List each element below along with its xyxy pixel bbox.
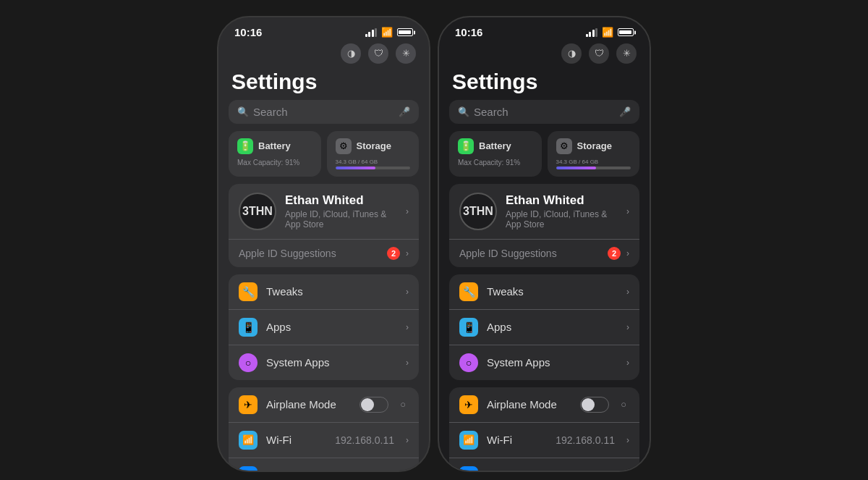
right-storage-header: ⚙ Storage: [556, 138, 631, 154]
right-bluetooth-label: Bluetooth: [487, 469, 592, 472]
right-wifi-item[interactable]: 📶 Wi-Fi 192.168.0.11 ›: [449, 422, 639, 458]
left-suggestions-label: Apple ID Suggestions: [239, 248, 387, 259]
left-airplane-toggle[interactable]: [359, 397, 388, 413]
right-battery-subtitle: Max Capacity: 91%: [458, 159, 533, 167]
right-apps-item[interactable]: 📱 Apps ›: [449, 309, 639, 345]
right-signal: [586, 28, 598, 37]
right-suggestions-row[interactable]: Apple ID Suggestions 2 ›: [449, 239, 639, 267]
left-signal: [365, 28, 378, 37]
left-suggestions-row[interactable]: Apple ID Suggestions 2 ›: [229, 239, 419, 267]
right-airplane-label: Airplane Mode: [487, 398, 571, 410]
left-tweaks-item[interactable]: 🔧 Tweaks ›: [229, 274, 419, 309]
right-storage-size: 34.3 GB / 64 GB: [556, 159, 631, 165]
left-status-bar: 10:16 📶: [218, 17, 429, 43]
right-menu-card: 🔧 Tweaks › 📱 Apps › ○ System Apps ›: [449, 274, 639, 380]
left-apps-chevron: ›: [406, 322, 409, 332]
left-wifi-label: Wi-Fi: [266, 434, 326, 446]
right-profile-subtitle: Apple ID, iCloud, iTunes & App Store: [506, 209, 618, 230]
right-apps-label: Apps: [487, 321, 618, 333]
right-battery-icon: [618, 28, 634, 36]
left-mic-icon: 🎤: [399, 106, 410, 117]
right-airplane-toggle[interactable]: [580, 397, 609, 413]
left-widget-row: 🔋 Battery Max Capacity: 91% ⚙ Storage 34…: [218, 131, 429, 184]
left-avatar: 3THN: [239, 193, 276, 230]
right-tweaks-chevron: ›: [626, 287, 629, 297]
left-storage-bar: [336, 167, 376, 169]
left-tweaks-icon: 🔧: [239, 282, 258, 301]
right-tweaks-label: Tweaks: [487, 285, 618, 298]
right-profile-card[interactable]: 3THN Ethan Whited Apple ID, iCloud, iTun…: [449, 184, 639, 267]
left-suggestions-chevron: ›: [406, 248, 409, 258]
left-airplane-icon: ✈: [239, 395, 258, 414]
left-battery-widget-icon: 🔋: [237, 138, 253, 154]
right-star-icon: ✳: [616, 43, 637, 64]
left-search-text[interactable]: Search: [253, 106, 394, 118]
left-wifi-value: 192.168.0.11: [335, 434, 394, 446]
right-status-bar: 10:16 📶: [439, 17, 650, 43]
right-profile-name: Ethan Whited: [506, 193, 618, 208]
left-system-apps-chevron: ›: [406, 358, 409, 368]
left-menu-card: 🔧 Tweaks › 📱 Apps › ○ System Apps ›: [229, 274, 419, 380]
right-suggestions-badge: 2: [608, 247, 621, 260]
left-bluetooth-label: Bluetooth: [266, 469, 372, 472]
right-bluetooth-value: On: [601, 470, 615, 472]
right-airplane-item[interactable]: ✈ Airplane Mode ○: [449, 387, 639, 422]
left-bluetooth-icon: ✦: [239, 466, 258, 472]
right-storage-widget[interactable]: ⚙ Storage 34.3 GB / 64 GB: [548, 131, 640, 177]
right-search-bar[interactable]: 🔍 Search 🎤: [449, 100, 639, 124]
left-profile-row[interactable]: 3THN Ethan Whited Apple ID, iCloud, iTun…: [229, 184, 419, 239]
left-phone: 10:16 📶 ◑ 🛡 ✳ Settings 🔍 Search 🎤: [217, 16, 430, 472]
left-profile-chevron: ›: [406, 206, 409, 216]
right-widget-row: 🔋 Battery Max Capacity: 91% ⚙ Storage 34…: [439, 131, 650, 184]
left-suggestions-badge: 2: [387, 247, 400, 260]
left-system-apps-label: System Apps: [266, 356, 397, 369]
right-airplane-icon: ✈: [459, 395, 478, 414]
left-battery-subtitle: Max Capacity: 91%: [237, 159, 312, 167]
right-system-apps-label: System Apps: [487, 356, 618, 369]
left-battery-widget[interactable]: 🔋 Battery Max Capacity: 91%: [229, 131, 321, 177]
left-bluetooth-chevron: ›: [406, 471, 409, 472]
left-storage-bar-container: [336, 167, 411, 169]
right-bluetooth-icon: ✦: [459, 466, 478, 472]
right-top-icons: ◑ 🛡 ✳: [439, 43, 650, 68]
right-status-icons: 📶: [586, 27, 634, 38]
right-bluetooth-item[interactable]: ✦ Bluetooth On ›: [449, 458, 639, 472]
left-airplane-circle: ○: [400, 399, 406, 410]
right-wifi-value: 192.168.0.11: [556, 434, 615, 446]
left-profile-card[interactable]: 3THN Ethan Whited Apple ID, iCloud, iTun…: [229, 184, 419, 267]
right-settings-title: Settings: [439, 68, 650, 100]
left-storage-label: Storage: [357, 140, 391, 151]
right-tweaks-icon: 🔧: [459, 282, 478, 301]
left-apps-item[interactable]: 📱 Apps ›: [229, 309, 419, 345]
right-battery-header: 🔋 Battery: [458, 138, 533, 154]
left-system-apps-icon: ○: [239, 353, 258, 372]
left-search-bar[interactable]: 🔍 Search 🎤: [229, 100, 419, 124]
left-accessibility-icon: ◑: [341, 43, 361, 64]
left-search-icon: 🔍: [237, 106, 249, 117]
left-profile-subtitle: Apple ID, iCloud, iTunes & App Store: [285, 209, 397, 230]
left-system-apps-item[interactable]: ○ System Apps ›: [229, 345, 419, 380]
right-avatar: 3THN: [459, 193, 497, 230]
left-airplane-item[interactable]: ✈ Airplane Mode ○: [229, 387, 419, 422]
right-tweaks-item[interactable]: 🔧 Tweaks ›: [449, 274, 639, 309]
left-storage-widget-icon: ⚙: [336, 138, 352, 154]
right-system-apps-item[interactable]: ○ System Apps ›: [449, 345, 639, 380]
left-storage-widget[interactable]: ⚙ Storage 34.3 GB / 64 GB: [327, 131, 420, 177]
left-apps-icon: 📱: [239, 318, 258, 337]
right-profile-chevron: ›: [626, 206, 629, 216]
right-battery-widget[interactable]: 🔋 Battery Max Capacity: 91%: [449, 131, 542, 177]
left-profile-name: Ethan Whited: [285, 193, 397, 208]
right-search-text[interactable]: Search: [474, 106, 615, 118]
right-system-apps-icon: ○: [459, 353, 478, 372]
left-wifi-item[interactable]: 📶 Wi-Fi 192.168.0.11 ›: [229, 422, 419, 458]
left-bluetooth-item[interactable]: ✦ Bluetooth On ›: [229, 458, 419, 472]
right-wifi-item-icon: 📶: [459, 431, 478, 450]
left-shield-icon: 🛡: [368, 43, 388, 64]
left-storage-size: 34.3 GB / 64 GB: [336, 159, 411, 165]
left-profile-info: Ethan Whited Apple ID, iCloud, iTunes & …: [285, 193, 397, 230]
left-tweaks-chevron: ›: [406, 287, 409, 297]
left-battery-icon: [397, 28, 413, 36]
right-profile-row[interactable]: 3THN Ethan Whited Apple ID, iCloud, iTun…: [449, 184, 639, 239]
left-bluetooth-value: On: [380, 470, 394, 472]
left-top-icons: ◑ 🛡 ✳: [218, 43, 429, 68]
